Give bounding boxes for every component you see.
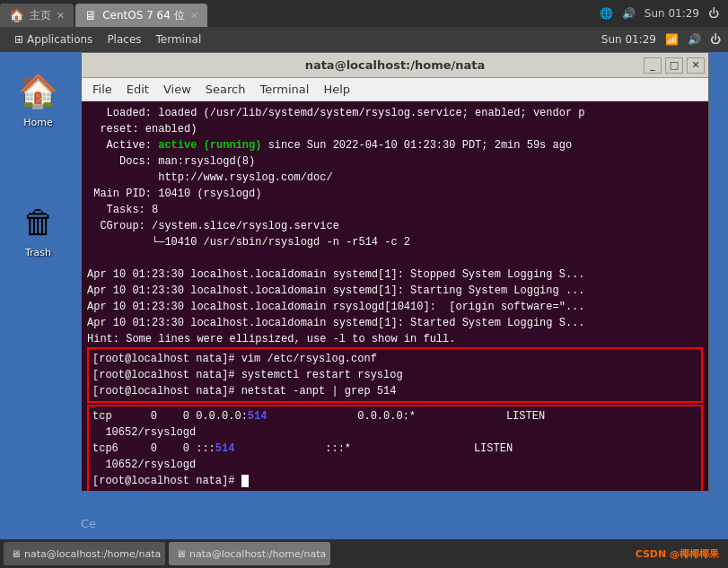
help-menu-label: Help xyxy=(323,83,350,96)
power-icon[interactable]: ⏻ xyxy=(708,7,719,20)
final-prompt-line: [root@localhost nata]# xyxy=(92,473,697,489)
terminal-title: nata@localhost:/home/nata xyxy=(305,58,486,72)
netstat-tcp6-line: tcp6 0 0 :::514 :::* LISTEN xyxy=(92,441,697,457)
applications-icon: ⊞ xyxy=(14,33,23,46)
view-menu-label: View xyxy=(163,83,191,96)
desktop-icons: 🏠 Home 🗑 Trash xyxy=(0,52,76,539)
places-label: Places xyxy=(107,33,141,46)
taskbar-right: 🌐 🔊 Sun 01:29 ⏻ xyxy=(600,7,728,20)
output-line-5: http://www.rsyslog.com/doc/ xyxy=(87,170,703,186)
vim-command: [root@localhost nata]# vim /etc/rsyslog.… xyxy=(92,351,697,367)
applications-button[interactable]: ⊞ Applications xyxy=(7,27,100,52)
sys-time: Sun 01:29 xyxy=(601,33,656,46)
netstat-tcp6-sub: 10652/rsyslogd xyxy=(92,457,697,473)
output-line-4: Docs: man:rsyslogd(8) xyxy=(87,153,703,170)
active-status: active (running) xyxy=(158,139,261,152)
trash-folder-icon: 🗑 xyxy=(17,200,60,243)
taskbar-top: 🏠 主页 ✕ 🖥 CentOS 7 64 位 ✕ 🌐 🔊 Sun 01:29 ⏻ xyxy=(0,0,728,27)
home-tab-close[interactable]: ✕ xyxy=(57,10,65,22)
output-line-3: Active: active (running) since Sun 2022-… xyxy=(87,137,703,153)
home-tab-label: 主页 xyxy=(30,8,51,23)
applications-label: Applications xyxy=(27,33,92,46)
time-display: Sun 01:29 xyxy=(645,7,699,20)
output-line-hint: Hint: Some lines were ellipsized, use -l… xyxy=(87,331,703,347)
centos-tab-icon: 🖥 xyxy=(84,8,97,22)
output-line-10: Apr 10 01:23:30 localhost.localdomain sy… xyxy=(87,267,703,283)
centos-tab-label: CentOS 7 64 位 xyxy=(102,8,184,23)
terminal-menu-label: Terminal xyxy=(156,33,202,46)
netstat-tcp-line: tcp 0 0 0.0.0.0:514 0.0.0.0:* LISTEN xyxy=(92,408,697,424)
desktop-label-ce: Ce xyxy=(81,517,96,530)
places-button[interactable]: Places xyxy=(100,27,148,52)
port-514-tcp6: 514 xyxy=(215,442,235,455)
systemctl-command: [root@localhost nata]# systemctl restart… xyxy=(92,367,697,383)
terminal-menu-item[interactable]: Terminal xyxy=(252,78,316,100)
file-menu-label: File xyxy=(92,83,112,96)
sound-icon[interactable]: 🔊 xyxy=(622,7,636,20)
bottom-task-1-icon: 🖥 xyxy=(11,548,21,560)
terminal-menu-item-label: Terminal xyxy=(259,83,309,96)
home-desktop-icon[interactable]: 🏠 Home xyxy=(17,70,60,128)
tab-centos[interactable]: 🖥 CentOS 7 64 位 ✕ xyxy=(75,4,207,27)
sys-sound-icon[interactable]: 🔊 xyxy=(688,33,701,46)
output-line-12: Apr 10 01:23:30 localhost.localdomain rs… xyxy=(87,299,703,315)
taskbar-bottom: 🖥 nata@localhost:/home/nata 🖥 nata@local… xyxy=(0,539,728,568)
trash-icon-label: Trash xyxy=(25,247,51,258)
output-line-blank xyxy=(87,250,703,267)
output-line-6: Main PID: 10410 (rsyslogd) xyxy=(87,186,703,202)
bottom-task-1-label: nata@localhost:/home/nata xyxy=(24,548,161,560)
home-folder-icon: 🏠 xyxy=(17,70,60,113)
home-tab-icon: 🏠 xyxy=(9,8,24,22)
output-line-13: Apr 10 01:23:30 localhost.localdomain sy… xyxy=(87,315,703,331)
help-menu[interactable]: Help xyxy=(316,78,357,100)
maximize-button[interactable]: □ xyxy=(665,57,683,74)
port-514-tcp: 514 xyxy=(248,410,268,423)
tabs-container: 🏠 主页 ✕ 🖥 CentOS 7 64 位 ✕ xyxy=(0,0,209,27)
command-highlight-box: [root@localhost nata]# vim /etc/rsyslog.… xyxy=(87,347,703,403)
close-button[interactable]: ✕ xyxy=(687,57,705,74)
search-menu-label: Search xyxy=(206,83,246,96)
bottom-task-1[interactable]: 🖥 nata@localhost:/home/nata xyxy=(4,542,165,565)
edit-menu-label: Edit xyxy=(127,83,149,96)
terminal-cursor xyxy=(241,475,249,487)
network-icon[interactable]: 🌐 xyxy=(600,7,613,20)
desktop: 🏠 Home 🗑 Trash nata@localhost:/home/nata… xyxy=(0,52,728,539)
output-line-8: CGroup: /system.slice/rsyslog.service xyxy=(87,218,703,234)
output-line-1: Loaded: loaded (/usr/lib/systemd/system/… xyxy=(87,105,703,121)
file-menu[interactable]: File xyxy=(85,78,119,100)
window-controls: _ □ ✕ xyxy=(644,57,705,74)
terminal-titlebar: nata@localhost:/home/nata _ □ ✕ xyxy=(82,53,708,78)
terminal-menubar: File Edit View Search Terminal Help xyxy=(82,78,708,101)
home-icon-label: Home xyxy=(23,117,52,128)
watermark: CSDN @椰椰椰果 xyxy=(636,547,724,561)
centos-tab-close[interactable]: ✕ xyxy=(190,10,198,22)
trash-desktop-icon[interactable]: 🗑 Trash xyxy=(17,200,60,258)
minimize-button[interactable]: _ xyxy=(644,57,662,74)
netstat-tcp-sub: 10652/rsyslogd xyxy=(92,424,697,441)
terminal-window: nata@localhost:/home/nata _ □ ✕ File Edi… xyxy=(81,52,709,492)
bottom-task-2-icon: 🖥 xyxy=(176,548,186,560)
terminal-content[interactable]: Loaded: loaded (/usr/lib/systemd/system/… xyxy=(82,101,708,491)
search-menu[interactable]: Search xyxy=(198,78,253,100)
system-bar-right: Sun 01:29 📶 🔊 ⏻ xyxy=(601,33,721,46)
view-menu[interactable]: View xyxy=(156,78,198,100)
tab-home[interactable]: 🏠 主页 ✕ xyxy=(0,4,74,27)
bottom-task-2-label: nata@localhost:/home/nata xyxy=(189,548,326,560)
sys-network-icon[interactable]: 📶 xyxy=(665,33,679,46)
terminal-menu-button[interactable]: Terminal xyxy=(149,27,209,52)
netstat-command: [root@localhost nata]# netstat -anpt | g… xyxy=(92,383,697,399)
system-bar: ⊞ Applications Places Terminal Sun 01:29… xyxy=(0,27,728,52)
output-line-11: Apr 10 01:23:30 localhost.localdomain sy… xyxy=(87,283,703,299)
edit-menu[interactable]: Edit xyxy=(119,78,156,100)
bottom-task-2[interactable]: 🖥 nata@localhost:/home/nata xyxy=(169,542,330,565)
sys-power-icon[interactable]: ⏻ xyxy=(710,33,721,46)
output-line-9: └─10410 /usr/sbin/rsyslogd -n -r514 -c 2 xyxy=(87,234,703,250)
output-line-2: reset: enabled) xyxy=(87,121,703,137)
output-line-7: Tasks: 8 xyxy=(87,202,703,218)
netstat-output-box: tcp 0 0 0.0.0.0:514 0.0.0.0:* LISTEN 106… xyxy=(87,405,703,491)
